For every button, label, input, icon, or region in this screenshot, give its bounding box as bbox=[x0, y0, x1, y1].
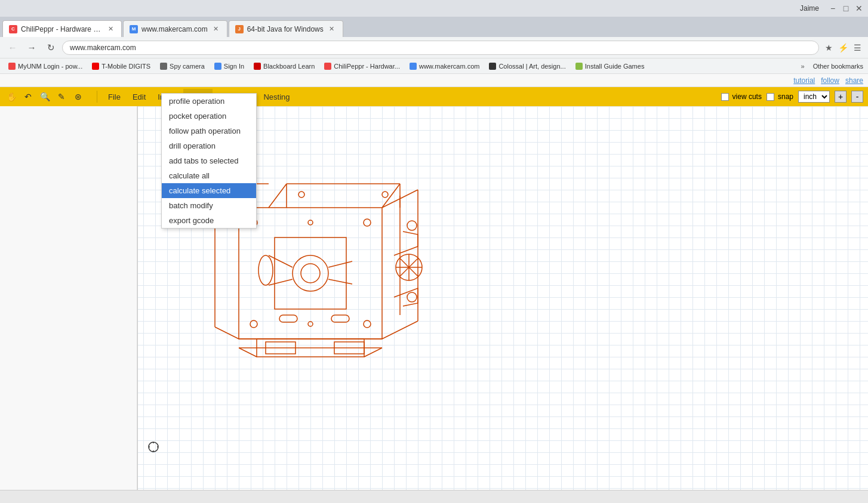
refresh-button[interactable]: ↻ bbox=[43, 40, 59, 55]
hand-tool-icon[interactable]: ✋ bbox=[5, 90, 18, 103]
cam-menu-item-pocket[interactable]: pocket operation bbox=[162, 109, 256, 124]
bookmarks-more-button[interactable]: » bbox=[798, 61, 808, 71]
tab-favicon-2: M bbox=[130, 25, 138, 33]
address-bar: ← → ↻ ★ ⚡ ☰ bbox=[0, 37, 868, 58]
maximize-button[interactable]: □ bbox=[842, 4, 850, 13]
bookmark-label-myunm: MyUNM Login - pow... bbox=[18, 63, 82, 70]
bookmark-favicon-bb bbox=[254, 63, 261, 70]
extensions-icon[interactable]: ⚡ bbox=[837, 42, 849, 54]
bookmarks-bar: MyUNM Login - pow... T-Mobile DIGITS Spy… bbox=[0, 58, 868, 74]
menu-edit[interactable]: Edit bbox=[127, 89, 152, 105]
bookmark-favicon-colossal bbox=[489, 63, 496, 70]
bookmark-label-colossal: Colossal | Art, design... bbox=[498, 63, 565, 70]
bookmark-favicon-signin bbox=[214, 63, 221, 70]
tutorial-label[interactable]: tutorial bbox=[793, 76, 815, 85]
lasso-tool-icon[interactable]: ⊛ bbox=[72, 90, 85, 103]
svg-rect-46 bbox=[331, 315, 349, 322]
tab-close-2[interactable]: ✕ bbox=[211, 24, 221, 34]
zoom-out-button[interactable]: - bbox=[851, 91, 863, 103]
canvas-area[interactable] bbox=[0, 106, 868, 490]
tab-favicon-3: J bbox=[235, 25, 244, 33]
svg-point-24 bbox=[407, 221, 417, 230]
bookmark-favicon-maker bbox=[410, 63, 417, 70]
cam-menu-item-profile[interactable]: profile operation bbox=[162, 94, 256, 109]
snap-label: snap bbox=[778, 92, 793, 101]
magnify-tool-icon[interactable]: 🔍 bbox=[38, 90, 51, 103]
svg-line-29 bbox=[364, 348, 382, 357]
menu-file[interactable]: File bbox=[102, 89, 127, 105]
cam-menu-item-batch-modify[interactable]: batch modify bbox=[162, 198, 256, 213]
cam-menu-item-calculate-selected[interactable]: calculate selected bbox=[162, 183, 256, 198]
menu-divider-1 bbox=[97, 91, 97, 103]
menu-nesting[interactable]: Nesting bbox=[257, 89, 296, 105]
view-cuts-label: view cuts bbox=[732, 92, 762, 101]
pen-tool-icon[interactable]: ✎ bbox=[55, 90, 68, 103]
cursor-icon bbox=[146, 440, 161, 457]
snap-area: snap bbox=[767, 92, 793, 101]
follow-link[interactable]: follow bbox=[821, 76, 839, 85]
tab-close-1[interactable]: ✕ bbox=[106, 24, 115, 34]
svg-line-14 bbox=[382, 184, 400, 208]
cam-menu-item-calculate-all[interactable]: calculate all bbox=[162, 168, 256, 183]
tab-chilipeppr[interactable]: C ChiliPeppr - Hardware Fi... ✕ bbox=[2, 20, 122, 37]
username-label: Jaime bbox=[800, 4, 819, 13]
bookmark-install[interactable]: Install Guide Games bbox=[572, 61, 648, 71]
bookmark-blackboard[interactable]: Blackboard Learn bbox=[250, 61, 318, 71]
svg-rect-5 bbox=[275, 237, 346, 309]
svg-point-44 bbox=[308, 322, 313, 326]
unit-selector[interactable]: inch mm bbox=[798, 91, 830, 103]
svg-point-2 bbox=[364, 219, 371, 226]
bookmark-spy[interactable]: Spy camera bbox=[156, 61, 208, 71]
bookmark-signin[interactable]: Sign In bbox=[211, 61, 248, 71]
share-link[interactable]: share bbox=[845, 76, 863, 85]
tab-close-3[interactable]: ✕ bbox=[327, 24, 337, 34]
snap-checkbox[interactable] bbox=[767, 93, 774, 101]
bookmark-label-bb: Blackboard Learn bbox=[263, 63, 315, 70]
bookmark-label-install: Install Guide Games bbox=[585, 63, 645, 70]
bookmark-chili[interactable]: ChiliPeppr - Hardwar... bbox=[321, 61, 404, 71]
minimize-button[interactable]: − bbox=[829, 4, 837, 13]
svg-line-34 bbox=[215, 327, 239, 339]
other-bookmarks-label[interactable]: Other bookmarks bbox=[813, 63, 863, 70]
svg-point-43 bbox=[308, 220, 313, 225]
cam-menu-item-add-tabs[interactable]: add tabs to selected bbox=[162, 153, 256, 168]
view-cuts-area: view cuts bbox=[721, 92, 762, 101]
svg-point-10 bbox=[258, 255, 273, 285]
view-cuts-checkbox[interactable] bbox=[721, 93, 729, 101]
panel-divider bbox=[137, 106, 138, 490]
bookmark-label-chili: ChiliPeppr - Hardwar... bbox=[334, 63, 400, 70]
bookmark-favicon-myunm bbox=[8, 63, 16, 70]
pointer-tool-icon[interactable]: ↶ bbox=[21, 90, 35, 103]
bookmark-label-maker: www.makercam.com bbox=[419, 63, 479, 70]
address-input[interactable] bbox=[62, 41, 819, 55]
bookmark-label-signin: Sign In bbox=[224, 63, 244, 70]
bookmark-makercam[interactable]: www.makercam.com bbox=[406, 61, 483, 71]
menubar: ✋ ↶ 🔍 ✎ ⊛ File Edit Insert CAM Toolpaths… bbox=[0, 87, 868, 106]
cam-menu-item-follow-path[interactable]: follow path operation bbox=[162, 124, 256, 138]
bookmark-myunm[interactable]: MyUNM Login - pow... bbox=[5, 61, 86, 71]
bookmark-star-icon[interactable]: ★ bbox=[823, 42, 835, 54]
svg-rect-45 bbox=[279, 315, 297, 322]
tab-label-3: 64-bit Java for Windows bbox=[247, 25, 324, 33]
tab-makercam[interactable]: M www.makercam.com ✕ bbox=[123, 20, 227, 37]
back-button[interactable]: ← bbox=[5, 40, 20, 55]
bookmark-colossal[interactable]: Colossal | Art, design... bbox=[485, 61, 569, 71]
menu-icon[interactable]: ☰ bbox=[851, 42, 863, 54]
bookmark-favicon-chili bbox=[324, 63, 331, 70]
close-button[interactable]: ✕ bbox=[855, 4, 863, 13]
bookmark-tmobile[interactable]: T-Mobile DIGITS bbox=[88, 61, 154, 71]
svg-line-11 bbox=[328, 261, 352, 267]
tab-label-2: www.makercam.com bbox=[141, 25, 208, 33]
left-panel bbox=[0, 106, 137, 490]
svg-point-25 bbox=[407, 292, 417, 302]
forward-button[interactable]: → bbox=[24, 40, 39, 55]
svg-point-19 bbox=[382, 192, 388, 198]
window-controls: − □ ✕ bbox=[829, 4, 863, 13]
cam-menu-item-export-gcode[interactable]: export gcode bbox=[162, 213, 256, 228]
zoom-in-button[interactable]: + bbox=[835, 91, 847, 103]
tab-java[interactable]: J 64-bit Java for Windows ✕ bbox=[229, 20, 343, 37]
bookmark-favicon-tmobile bbox=[92, 63, 99, 70]
tab-favicon-1: C bbox=[9, 25, 17, 33]
cam-menu-item-drill[interactable]: drill operation bbox=[162, 138, 256, 153]
tab-bar: C ChiliPeppr - Hardware Fi... ✕ M www.ma… bbox=[0, 17, 868, 37]
